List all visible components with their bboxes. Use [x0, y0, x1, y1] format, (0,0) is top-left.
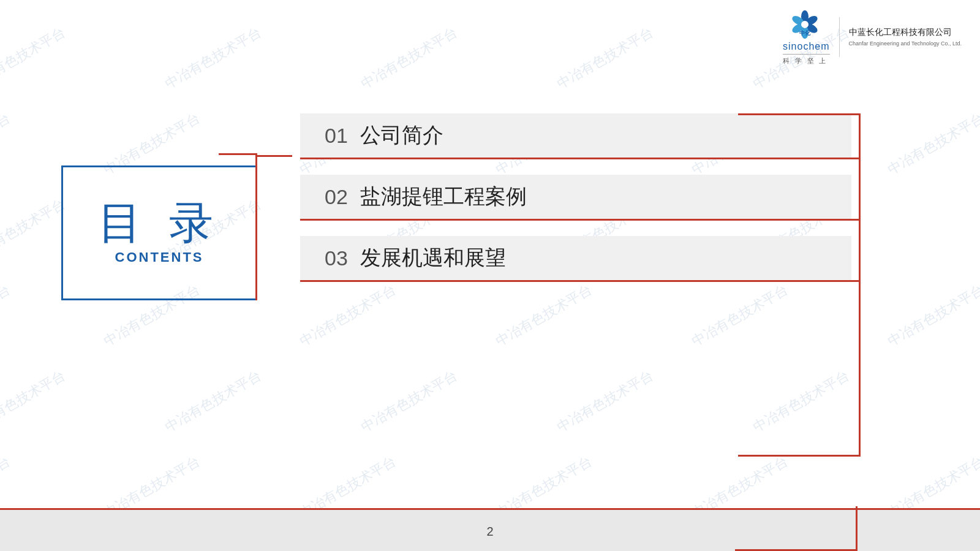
company-name-cn: 中蓝长化工程科技有限公司 [849, 27, 952, 38]
red-bracket-h-top [219, 153, 255, 155]
red-frame-bottom-h [738, 455, 861, 457]
menu-item-3[interactable]: 03 发展机遇和展望 [300, 236, 851, 280]
company-name-en: Chanfar Engineering and Technology Co., … [849, 40, 962, 47]
red-bracket-vertical [255, 153, 257, 300]
menu-number-1: 01 [325, 124, 348, 148]
logo-vertical-divider [839, 17, 840, 57]
menu-text-3: 发展机遇和展望 [360, 244, 506, 272]
sinochem-logo-icon: 中化 [786, 8, 823, 39]
menu-text-2: 盐湖提锂工程案例 [360, 183, 527, 211]
logo-divider-line [783, 54, 829, 55]
red-frame-right-v [859, 113, 861, 457]
red-frame-top-h [738, 113, 861, 115]
svg-text:中化: 中化 [799, 30, 811, 36]
menu-item-2[interactable]: 02 盐湖提锂工程案例 [300, 175, 851, 219]
menu-number-2: 02 [325, 185, 348, 209]
logo-area: 中化 sinochem 科 学 坚 上 [780, 8, 829, 66]
company-info: 中蓝长化工程科技有限公司 Chanfar Engineering and Tec… [849, 27, 962, 47]
menu-container: 01 公司简介 02 盐湖提锂工程案例 03 发展机遇和展望 [300, 113, 851, 297]
menu-item-3-border-bottom [300, 280, 861, 282]
menu-item-1[interactable]: 01 公司简介 [300, 113, 851, 158]
main-content: 目 录 CONTENTS 01 公司简介 02 盐湖提锂工程案例 03 发展机遇… [0, 0, 980, 551]
logo-tagline: 科 学 坚 上 [783, 56, 827, 66]
page-number: 2 [486, 525, 493, 539]
logo-sinochem-en: sinochem [783, 41, 829, 52]
svg-point-6 [801, 21, 809, 28]
menu-number-3: 03 [325, 246, 348, 270]
menu-item-1-border-bottom [300, 158, 861, 159]
header: 中化 sinochem 科 学 坚 上 中蓝长化工程科技有限公司 Chanfar… [772, 0, 980, 74]
menu-text-1: 公司简介 [360, 121, 443, 150]
title-english: CONTENTS [115, 249, 204, 265]
title-chinese: 目 录 [98, 200, 221, 245]
menu-item-2-border-bottom [300, 219, 861, 221]
title-box: 目 录 CONTENTS [61, 165, 257, 300]
